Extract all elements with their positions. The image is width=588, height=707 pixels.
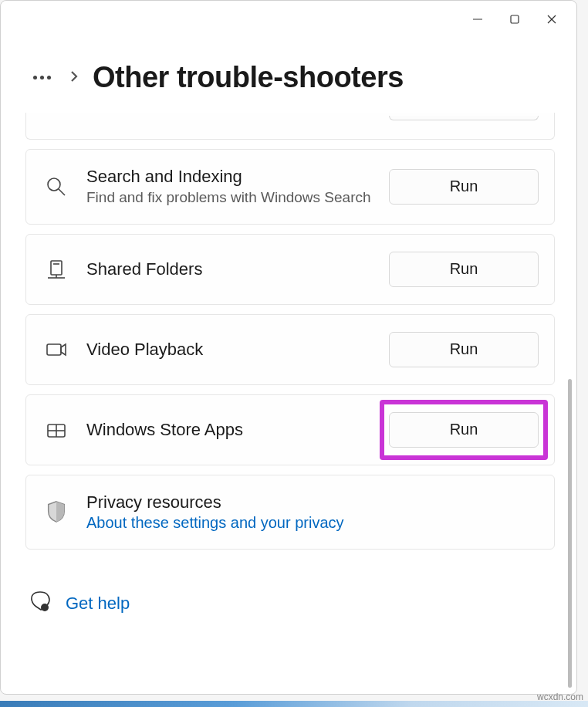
- minimize-button[interactable]: [459, 4, 496, 35]
- scrollbar[interactable]: [568, 132, 572, 688]
- get-help-link[interactable]: Get help: [66, 594, 130, 614]
- header: Other trouble-shooters: [1, 38, 576, 113]
- footer: ? Get help: [25, 559, 555, 639]
- run-button[interactable]: Run: [389, 252, 539, 287]
- troubleshooter-card-partial: [25, 113, 555, 140]
- scrollbar-thumb[interactable]: [568, 379, 572, 688]
- run-button[interactable]: Run: [389, 332, 539, 367]
- svg-rect-10: [47, 344, 61, 355]
- troubleshooter-card-video-playback: Video Playback Run: [25, 314, 555, 385]
- svg-marker-11: [61, 344, 66, 355]
- video-icon: [43, 338, 69, 361]
- settings-window: Other trouble-shooters Search and Indexi…: [0, 0, 577, 695]
- svg-text:?: ?: [43, 605, 46, 611]
- content-area: Search and Indexing Find and fix problem…: [1, 113, 576, 694]
- privacy-resources-card: Privacy resources About these settings a…: [25, 475, 555, 550]
- close-button[interactable]: [533, 4, 570, 35]
- watermark: wcxdn.com: [537, 692, 583, 702]
- run-button[interactable]: Run: [389, 412, 539, 448]
- shared-folders-icon: [43, 258, 69, 281]
- svg-rect-1: [511, 15, 519, 23]
- more-icon[interactable]: [29, 71, 56, 84]
- run-button-partial[interactable]: [389, 116, 539, 120]
- troubleshooter-card-shared-folders: Shared Folders Run: [25, 234, 555, 305]
- troubleshooter-card-search: Search and Indexing Find and fix problem…: [25, 149, 555, 225]
- maximize-button[interactable]: [496, 4, 533, 35]
- titlebar: [1, 1, 576, 38]
- item-title: Privacy resources: [86, 492, 539, 512]
- svg-point-4: [48, 178, 60, 191]
- chevron-right-icon: [68, 70, 80, 86]
- help-icon: ?: [30, 591, 52, 616]
- store-apps-icon: [43, 418, 69, 441]
- shield-icon: [43, 500, 69, 523]
- highlight-box: Run: [380, 400, 548, 460]
- item-title: Search and Indexing: [86, 167, 372, 187]
- search-icon: [43, 175, 69, 198]
- taskbar-sliver: [0, 701, 588, 707]
- svg-rect-6: [51, 261, 62, 275]
- svg-line-5: [59, 189, 65, 195]
- item-title: Video Playback: [86, 340, 372, 360]
- troubleshooter-card-windows-store-apps: Windows Store Apps Run: [25, 394, 555, 465]
- item-description: Find and fix problems with Windows Searc…: [86, 188, 372, 207]
- page-title: Other trouble-shooters: [93, 61, 404, 94]
- item-title: Shared Folders: [86, 259, 372, 279]
- run-button[interactable]: Run: [389, 169, 539, 205]
- item-title: Windows Store Apps: [86, 420, 372, 440]
- privacy-link[interactable]: About these settings and your privacy: [86, 514, 539, 532]
